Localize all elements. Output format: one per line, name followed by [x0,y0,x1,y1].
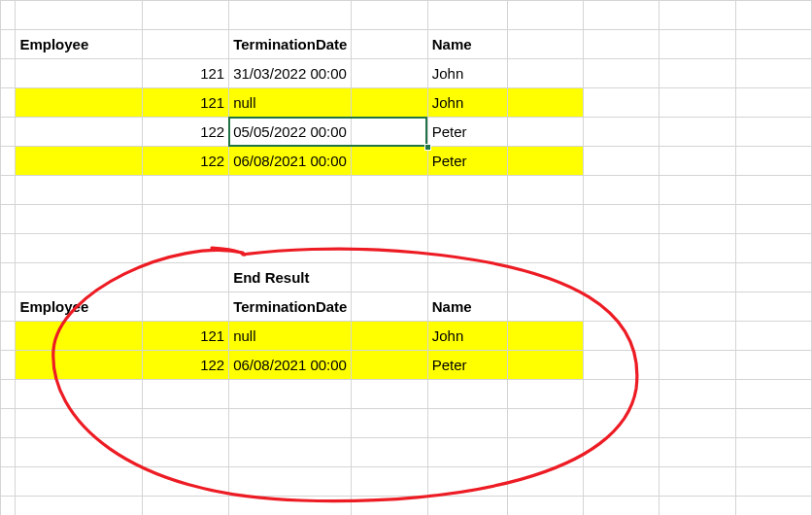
cell[interactable] [507,467,583,497]
cell[interactable]: Name [427,292,507,322]
cell[interactable] [352,438,427,467]
cell[interactable] [583,351,659,380]
cell[interactable] [507,1,583,30]
cell[interactable]: Employee [16,30,142,59]
cell[interactable] [735,118,811,147]
cell[interactable]: 06/08/2021 00:00 [229,351,352,380]
cell[interactable]: 31/03/2022 00:00 [229,59,352,88]
cell[interactable] [735,322,811,351]
cell[interactable] [735,59,811,88]
cell[interactable] [507,147,583,176]
cell[interactable] [583,176,659,205]
cell[interactable] [427,467,507,497]
cell[interactable] [583,59,659,88]
cell[interactable] [660,147,735,176]
cell[interactable] [16,118,142,147]
cell[interactable]: 122 [142,147,229,176]
cell[interactable] [735,30,811,59]
cell[interactable] [229,438,352,467]
cell[interactable] [229,467,352,497]
cell[interactable] [352,409,427,438]
cell[interactable] [583,322,659,351]
cell[interactable] [583,438,659,467]
cell[interactable] [16,497,142,516]
cell[interactable] [660,234,735,263]
cell[interactable] [427,234,507,263]
cell[interactable]: Peter [427,351,507,380]
cell[interactable] [735,380,811,409]
cell[interactable] [507,30,583,59]
cell[interactable] [427,497,507,516]
cell[interactable] [660,263,735,292]
cell[interactable]: 06/08/2021 00:00 [229,147,352,176]
cell[interactable] [660,409,735,438]
cell[interactable] [1,88,16,118]
cell[interactable] [1,438,16,467]
cell[interactable] [1,30,16,59]
cell[interactable] [142,292,229,322]
cell[interactable] [507,351,583,380]
cell[interactable] [507,205,583,234]
cell[interactable] [142,467,229,497]
cell[interactable] [229,205,352,234]
cell[interactable] [1,380,16,409]
cell[interactable] [507,234,583,263]
cell[interactable]: 122 [142,351,229,380]
fill-handle[interactable] [424,144,431,151]
cell[interactable] [352,88,427,118]
cell[interactable] [427,380,507,409]
cell[interactable]: John [427,59,507,88]
cell[interactable] [735,263,811,292]
cell[interactable] [583,88,659,118]
cell[interactable] [352,380,427,409]
cell[interactable] [660,30,735,59]
cell[interactable] [16,234,142,263]
cell[interactable] [583,467,659,497]
cell[interactable] [735,438,811,467]
cell[interactable] [1,497,16,516]
cell[interactable] [142,234,229,263]
cell[interactable] [16,176,142,205]
cell[interactable] [229,409,352,438]
cell[interactable]: TerminationDate [229,292,352,322]
cell[interactable]: 121 [142,59,229,88]
cell[interactable] [660,118,735,147]
cell[interactable] [427,263,507,292]
cell[interactable] [507,176,583,205]
cell[interactable] [427,1,507,30]
cell[interactable] [1,234,16,263]
cell[interactable] [507,59,583,88]
cell[interactable] [352,234,427,263]
cell[interactable] [142,263,229,292]
cell[interactable] [507,88,583,118]
cell[interactable] [142,380,229,409]
cell[interactable]: John [427,88,507,118]
cell[interactable] [1,263,16,292]
cell[interactable] [16,59,142,88]
cell[interactable]: null [229,322,352,351]
cell[interactable]: TerminationDate [229,30,352,59]
cell[interactable] [142,205,229,234]
cell[interactable] [735,292,811,322]
cell[interactable] [660,176,735,205]
cell[interactable] [660,205,735,234]
cell[interactable] [583,380,659,409]
cell[interactable] [1,176,16,205]
cell[interactable] [735,467,811,497]
cell[interactable] [583,497,659,516]
cell[interactable] [352,351,427,380]
cell[interactable] [583,1,659,30]
cell[interactable] [660,292,735,322]
cell[interactable] [352,497,427,516]
cell[interactable] [352,263,427,292]
cell[interactable] [352,118,427,147]
cell[interactable] [1,467,16,497]
cell[interactable]: Employee [16,292,142,322]
cell[interactable] [507,409,583,438]
cell[interactable] [427,176,507,205]
cell[interactable]: null [229,88,352,118]
cell[interactable] [1,322,16,351]
cell[interactable] [142,1,229,30]
cell[interactable]: 121 [142,322,229,351]
cell[interactable] [660,59,735,88]
